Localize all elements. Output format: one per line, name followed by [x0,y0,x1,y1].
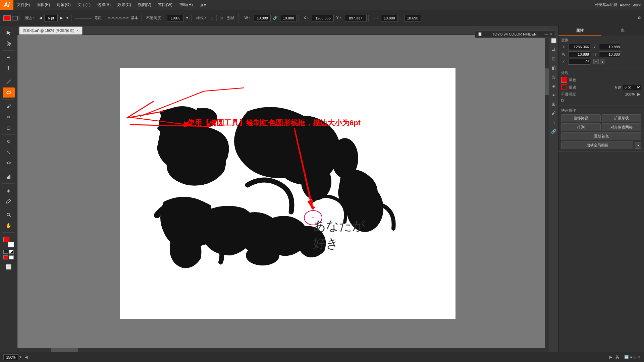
menu-window[interactable]: 窗口(W) [155,0,176,10]
align-pixel-btn[interactable]: 对齐像素网格 [602,123,642,131]
strip-brushes-icon[interactable]: 🖌 [550,109,557,117]
scale-tool[interactable]: ⤡ [3,147,15,157]
menu-text[interactable]: 文字(T) [74,0,94,10]
w-input[interactable] [254,15,271,21]
canvas-tab-close[interactable]: ✕ [76,29,79,33]
global-edit-btn[interactable]: 启动全局编辑 [561,141,633,149]
pen-tool[interactable]: ✒ [3,52,15,62]
gradient-swatch[interactable] [9,250,14,254]
fill-color-swatch[interactable] [12,16,18,20]
stroke-dropdown[interactable]: ▾ [65,15,70,21]
no-color-btn[interactable] [9,255,14,259]
h-transform-input[interactable] [599,51,621,57]
align-icon[interactable]: ⊞ [218,15,224,21]
toyo-title: TOYO 94 COLOR FINDER [492,32,537,36]
column-graph-tool[interactable] [3,172,15,182]
menu-file[interactable]: 文件(F) [13,0,33,10]
strip-swatches-icon[interactable]: ⊞ [550,100,557,108]
fill-swatch[interactable] [561,77,567,83]
x-coord-input[interactable] [568,44,590,50]
strip-graphic-styles-icon[interactable]: ◈ [550,82,557,89]
menu-view[interactable]: 视图(V) [135,0,155,10]
y-coord-input[interactable] [599,44,621,50]
opacity-expand-btn[interactable]: ▶ [636,92,641,97]
stroke-value-input[interactable]: 6 pt [44,15,58,21]
style-picker[interactable]: □ [210,15,215,21]
global-edit-expand[interactable]: ▾ [635,142,641,149]
scroll-left-btn[interactable]: ◀ [25,355,28,359]
strip-artboard-icon[interactable]: ⬜ [550,37,557,44]
menu-edit[interactable]: 编辑(E) [33,0,53,10]
flip-v-btn[interactable]: ↕ [600,59,605,64]
angle-input[interactable] [568,59,590,65]
stroke-value-panel: 6 pt [615,85,621,89]
select-tool[interactable] [3,28,15,38]
y-input[interactable] [345,15,367,21]
x-input[interactable] [312,15,334,21]
status-lang[interactable]: 英 [615,355,619,360]
zoom-tool[interactable] [3,210,15,220]
strip-transform-icon[interactable]: ⇄ [550,46,557,53]
toyo-close-btn[interactable]: × [550,32,552,36]
pencil-tool[interactable]: ✏ [3,112,15,122]
zoom-input[interactable] [3,354,18,360]
menu-select[interactable]: 选择(S) [94,0,114,10]
flip-h-btn[interactable]: ↔ [593,59,599,64]
menu-effect[interactable]: 效果(C) [114,0,135,10]
horizontal-scrollbar[interactable] [17,348,549,352]
vertical-scrollbar[interactable] [545,35,549,348]
opacity-dropdown[interactable]: ▾ [185,15,190,21]
strip-color-icon[interactable]: ● [550,91,557,99]
text-tool[interactable]: T [3,63,15,73]
transform-title: 变换 [561,38,641,43]
strip-appearance-icon[interactable]: ◎ [550,73,557,80]
h2-input[interactable] [404,15,421,21]
line-tool[interactable] [3,77,15,87]
rotate-tool[interactable]: ↻ [3,136,15,146]
color-swatch-area[interactable] [3,236,15,248]
strip-links-icon[interactable]: 🔗 [550,127,557,135]
zoom-dropdown-btn[interactable]: ▾ [19,355,21,359]
canvas-content[interactable]: あなたが 好き 使用【椭圆工具】绘制红色圆形线框，描边大小为6pt [17,35,558,352]
none-swatch[interactable] [3,250,8,254]
color-btn[interactable] [3,255,8,259]
canvas-tab-main[interactable]: 喜欢你.ai* @ 150% (RGB/预览) ✕ [19,26,83,35]
tab-library[interactable]: 库 [601,26,644,36]
paintbrush-tool[interactable]: 🖌 [3,101,15,111]
recolor-btn[interactable]: 重新着色 [561,132,641,140]
stroke-color-swatch[interactable] [3,15,11,21]
gradient-tool[interactable]: ◈ [3,185,15,195]
strip-symbols-icon[interactable]: ☆ [550,118,557,126]
artboard-tool[interactable]: ⬜ [3,262,15,272]
ellipse-tool[interactable] [3,87,15,98]
tab-properties[interactable]: 属性 [558,26,601,36]
stroke-swatch-panel[interactable] [561,84,567,90]
hand-tool[interactable]: ✋ [3,221,15,231]
toyo-header-icons: — × [545,32,552,36]
fill-label: 填色 [569,77,641,82]
opacity-input[interactable]: 100% [167,15,184,21]
stroke-increase[interactable]: ▶ [59,15,64,21]
expand-shape-btn[interactable]: 扩展形状 [602,114,642,122]
lock-icon[interactable]: 🔗 [272,15,279,21]
menu-layout-icon[interactable]: ⊞ ▾ [196,0,209,10]
offset-path-btn[interactable]: 位移路径 [561,114,601,122]
h-input[interactable] [280,15,297,21]
strip-pathfinder-icon[interactable]: ◧ [550,64,557,71]
warp-tool[interactable] [3,158,15,168]
h-icon: H [592,53,597,56]
toyo-minimize-btn[interactable]: — [545,32,548,36]
menu-help[interactable]: 帮助(H) [176,0,196,10]
strip-align-icon[interactable]: ⊟ [550,55,557,62]
eyedropper-tool[interactable] [3,196,15,206]
stroke-decrease[interactable]: ◀ [38,15,43,21]
eraser-tool[interactable]: ◻ [3,123,15,133]
w2-input[interactable] [381,15,398,21]
menu-object[interactable]: 对象(O) [53,0,74,10]
stroke-size-dropdown[interactable]: 6 pt [623,84,641,90]
direct-select-tool[interactable] [3,39,15,49]
scroll-right-btn[interactable]: ▶ [609,355,612,359]
more-options-icon[interactable]: ⚙ [636,15,642,21]
arrange-btn[interactable]: 排列 [561,123,601,131]
w-transform-input[interactable] [568,51,590,57]
